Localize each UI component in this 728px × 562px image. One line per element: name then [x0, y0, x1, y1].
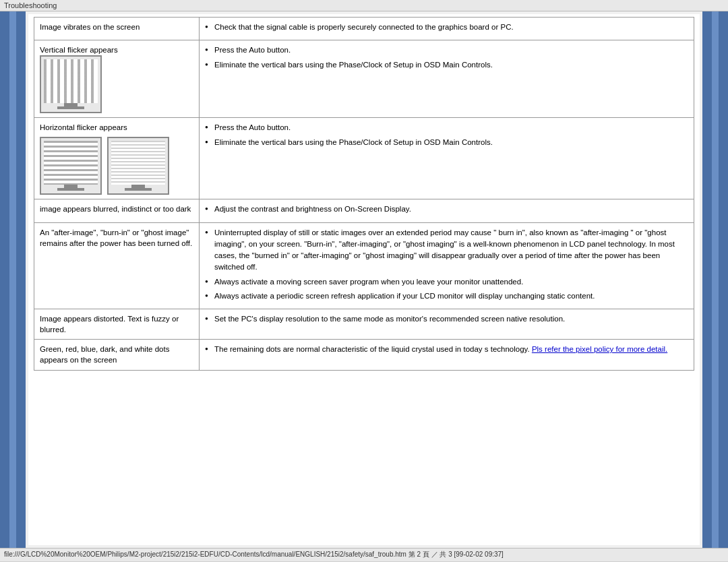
- problem-text: Horizontal flicker appears: [40, 123, 127, 131]
- solution-cell: Uninterrupted display of still or static…: [200, 222, 694, 309]
- solution-cell: The remaining dots are normal characteri…: [200, 340, 694, 370]
- monitor-base: [125, 188, 152, 191]
- list-item: Press the Auto button.: [205, 44, 688, 56]
- bottom-bar: file:///G/LCD%20Monitor%20OEM/Philips/M2…: [0, 548, 728, 561]
- troubleshoot-table: Image vibrates on the screen Check that …: [34, 17, 694, 371]
- top-bar: Troubleshooting: [0, 0, 728, 11]
- monitor-screen: [111, 141, 165, 185]
- vertical-flicker-image: [40, 55, 102, 113]
- table-row: image appears blurred, indistinct or too…: [34, 199, 694, 222]
- monitor-base: [57, 188, 84, 191]
- horizontal-flicker-images: [40, 137, 193, 195]
- list-item: Eliminate the vertical bars using the Ph…: [205, 137, 688, 148]
- problem-text: Image vibrates on the screen: [40, 23, 140, 31]
- list-item: Eliminate the vertical bars using the Ph…: [205, 59, 688, 71]
- list-item: Set the PC's display resolution to the s…: [205, 313, 688, 325]
- h-lines-visual: [44, 141, 98, 185]
- right-panel-inner: [712, 11, 719, 548]
- table-row: An "after-image", "burn-in" or "ghost im…: [34, 222, 694, 309]
- problem-cell: Image appears distorted. Text is fuzzy o…: [34, 309, 200, 340]
- problem-cell: Image vibrates on the screen: [34, 18, 200, 40]
- list-item: Uninterrupted display of still or static…: [205, 227, 688, 274]
- monitor-screen: [44, 141, 98, 185]
- list-item: The remaining dots are normal characteri…: [205, 344, 688, 355]
- table-row: Green, red, blue, dark, and white dots a…: [34, 340, 694, 370]
- table-row: Horizontal flicker appears: [34, 118, 694, 199]
- list-item: Adjust the contrast and brightness on On…: [205, 204, 688, 215]
- list-item: Check that the signal cable is properly …: [205, 22, 688, 33]
- table-row: Image vibrates on the screen Check that …: [34, 18, 694, 40]
- solution-cell: Adjust the contrast and brightness on On…: [200, 199, 694, 222]
- solution-cell: Press the Auto button. Eliminate the ver…: [200, 118, 694, 199]
- problem-text: Image appears distorted. Text is fuzzy o…: [40, 315, 179, 334]
- problem-cell: Green, red, blue, dark, and white dots a…: [34, 340, 200, 370]
- problem-text: image appears blurred, indistinct or too…: [40, 205, 191, 213]
- problem-text: Vertical flicker appears: [40, 46, 118, 54]
- problem-text: An "after-image", "burn-in" or "ghost im…: [40, 228, 192, 247]
- bottom-bar-url: file:///G/LCD%20Monitor%20OEM/Philips/M2…: [4, 551, 504, 558]
- content-inner: Image vibrates on the screen Check that …: [28, 14, 700, 545]
- table-row: Vertical flicker appears: [34, 40, 694, 118]
- problem-text: Green, red, blue, dark, and white dots a…: [40, 345, 169, 364]
- monitor-base: [57, 106, 84, 109]
- problem-cell: Vertical flicker appears: [34, 40, 200, 118]
- solution-cell: Check that the signal cable is properly …: [200, 18, 694, 40]
- list-item: Always activate a moving screen saver pr…: [205, 276, 688, 288]
- solution-cell: Press the Auto button. Eliminate the ver…: [200, 40, 694, 118]
- list-item: Press the Auto button.: [205, 122, 688, 133]
- problem-cell: An "after-image", "burn-in" or "ghost im…: [34, 222, 200, 309]
- top-bar-label: Troubleshooting: [4, 1, 57, 9]
- problem-cell: Horizontal flicker appears: [34, 118, 200, 199]
- content-area: Image vibrates on the screen Check that …: [26, 11, 702, 548]
- solution-cell: Set the PC's display resolution to the s…: [200, 309, 694, 340]
- left-panel: [0, 11, 26, 548]
- browser-layout: Image vibrates on the screen Check that …: [0, 11, 728, 548]
- monitor-screen: [44, 59, 98, 103]
- right-panel: [702, 11, 728, 548]
- h-flicker-image-2: [107, 137, 169, 195]
- h-lines-visual-2: [111, 141, 165, 185]
- pixel-policy-link[interactable]: Pls refer the pixel policy for more deta…: [532, 345, 667, 353]
- left-panel-inner: [9, 11, 16, 548]
- problem-cell: image appears blurred, indistinct or too…: [34, 199, 200, 222]
- v-bars-visual: [44, 59, 98, 103]
- h-flicker-image-1: [40, 137, 102, 195]
- table-row: Image appears distorted. Text is fuzzy o…: [34, 309, 694, 340]
- list-item: Always activate a periodic screen refres…: [205, 290, 688, 302]
